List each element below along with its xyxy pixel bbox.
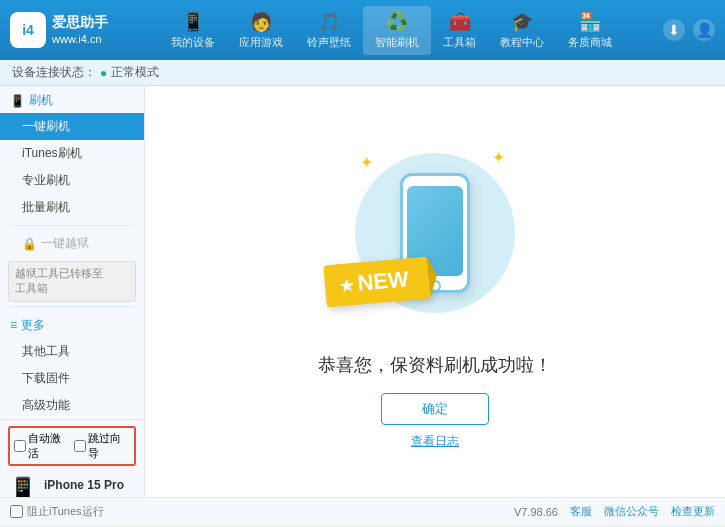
sparkle-top-right: ✦ [492, 148, 505, 167]
logo-name: 爱思助手 [52, 13, 108, 33]
disabled-label: 一键越狱 [41, 235, 89, 252]
download-btn[interactable]: ⬇ [663, 19, 685, 41]
sidebar-item-other-tools[interactable]: 其他工具 [0, 338, 144, 365]
phone-illustration: ✦ ✦ NEW [335, 133, 535, 333]
status-dot: ● [100, 66, 107, 80]
nav-smart-flash[interactable]: ♻️ 智能刷机 [363, 6, 431, 55]
nav-my-device-label: 我的设备 [171, 35, 215, 50]
itunes-check-text: 阻止iTunes运行 [27, 504, 104, 519]
more-section-label: 更多 [21, 317, 45, 334]
main-layout: 📱 刷机 一键刷机 iTunes刷机 专业刷机 批量刷机 🔒 一键越狱 越狱工具… [0, 86, 725, 497]
download-fw-label: 下载固件 [22, 371, 70, 385]
status-bar: 设备连接状态： ● 正常模式 [0, 60, 725, 86]
sidebar-section-more: ≡ 更多 [0, 311, 144, 338]
onekey-flash-label: 一键刷机 [22, 119, 70, 133]
nav-my-device[interactable]: 📱 我的设备 [159, 6, 227, 55]
smart-flash-icon: ♻️ [386, 11, 408, 33]
sidebar-item-pro-flash[interactable]: 专业刷机 [0, 167, 144, 194]
sidebar-item-jailbreak-disabled: 🔒 一键越狱 [0, 230, 144, 257]
sidebar-item-download-fw[interactable]: 下载固件 [0, 365, 144, 392]
sidebar-item-advanced[interactable]: 高级功能 [0, 392, 144, 419]
footer-right: V7.98.66 客服 微信公众号 检查更新 [514, 504, 715, 519]
auto-activate-checkbox[interactable]: 自动激活 [14, 431, 70, 461]
logo-text: 爱思助手 www.i4.cn [52, 13, 108, 48]
view-log-link[interactable]: 查看日志 [411, 433, 459, 450]
nav-ringtones-label: 铃声壁纸 [307, 35, 351, 50]
device-phone-icon: 📱 [8, 476, 38, 497]
logo-icon-text: i4 [22, 22, 34, 38]
user-btn[interactable]: 👤 [693, 19, 715, 41]
nav-smart-flash-label: 智能刷机 [375, 35, 419, 50]
footer-link-wechat[interactable]: 微信公众号 [604, 504, 659, 519]
service-icon: 🏪 [579, 11, 601, 33]
nav-apps-games[interactable]: 🧑 应用游戏 [227, 6, 295, 55]
itunes-flash-label: iTunes刷机 [22, 146, 82, 160]
flash-section-label: 刷机 [29, 92, 53, 109]
main-content: ✦ ✦ NEW 恭喜您，保资料刷机成功啦！ 确定 查看日志 [145, 86, 725, 497]
app-header: i4 爱思助手 www.i4.cn 📱 我的设备 🧑 应用游戏 🎵 铃声壁纸 ♻… [0, 0, 725, 60]
nav-tutorial-label: 教程中心 [500, 35, 544, 50]
sparkle-top-left: ✦ [360, 153, 373, 172]
sidebar: 📱 刷机 一键刷机 iTunes刷机 专业刷机 批量刷机 🔒 一键越狱 越狱工具… [0, 86, 145, 497]
nav-toolbox[interactable]: 🧰 工具箱 [431, 6, 488, 55]
advanced-label: 高级功能 [22, 398, 70, 412]
footer-link-update[interactable]: 检查更新 [671, 504, 715, 519]
auto-guide-checkbox[interactable]: 跳过向导 [74, 431, 130, 461]
ringtones-icon: 🎵 [318, 11, 340, 33]
status-text: 正常模式 [111, 64, 159, 81]
nav-bar: 📱 我的设备 🧑 应用游戏 🎵 铃声壁纸 ♻️ 智能刷机 🧰 工具箱 🎓 教程中… [120, 6, 663, 55]
status-prefix: 设备连接状态： [12, 64, 96, 81]
my-device-icon: 📱 [182, 11, 204, 33]
batch-flash-label: 批量刷机 [22, 200, 70, 214]
more-section-icon: ≡ [10, 318, 17, 332]
sidebar-item-onekey-flash[interactable]: 一键刷机 [0, 113, 144, 140]
nav-toolbox-label: 工具箱 [443, 35, 476, 50]
sidebar-item-itunes-flash[interactable]: iTunes刷机 [0, 140, 144, 167]
auto-activate-label: 自动激活 [28, 431, 70, 461]
sidebar-item-batch-flash[interactable]: 批量刷机 [0, 194, 144, 221]
logo-area: i4 爱思助手 www.i4.cn [10, 12, 120, 48]
tutorial-icon: 🎓 [511, 11, 533, 33]
success-message: 恭喜您，保资料刷机成功啦！ [318, 353, 552, 377]
nav-ringtones[interactable]: 🎵 铃声壁纸 [295, 6, 363, 55]
auto-guide-input[interactable] [74, 440, 86, 452]
confirm-button[interactable]: 确定 [381, 393, 489, 425]
new-ribbon: NEW [323, 257, 430, 308]
footer-bar: 阻止iTunes运行 V7.98.66 客服 微信公众号 检查更新 [0, 497, 725, 525]
auto-actions-row: 自动激活 跳过向导 [8, 426, 136, 466]
pro-flash-label: 专业刷机 [22, 173, 70, 187]
header-right: ⬇ 👤 [663, 19, 715, 41]
new-badge-text: NEW [356, 266, 409, 295]
other-tools-label: 其他工具 [22, 344, 70, 358]
logo-url: www.i4.cn [52, 32, 108, 47]
footer-link-service[interactable]: 客服 [570, 504, 592, 519]
sidebar-divider-2 [10, 306, 134, 307]
device-name: iPhone 15 Pro Max [44, 476, 136, 497]
version-text: V7.98.66 [514, 506, 558, 518]
toolbox-icon: 🧰 [449, 11, 471, 33]
footer-left: 阻止iTunes运行 [10, 504, 104, 519]
device-info: 📱 iPhone 15 Pro Max 512GB iPhone [8, 472, 136, 497]
logo-icon: i4 [10, 12, 46, 48]
lock-icon: 🔒 [22, 237, 37, 251]
apps-games-icon: 🧑 [250, 11, 272, 33]
nav-service[interactable]: 🏪 务质商城 [556, 6, 624, 55]
nav-tutorial[interactable]: 🎓 教程中心 [488, 6, 556, 55]
flash-section-icon: 📱 [10, 94, 25, 108]
nav-service-label: 务质商城 [568, 35, 612, 50]
auto-guide-label: 跳过向导 [88, 431, 130, 461]
sidebar-divider-1 [10, 225, 134, 226]
auto-activate-input[interactable] [14, 440, 26, 452]
nav-apps-games-label: 应用游戏 [239, 35, 283, 50]
sidebar-section-flash: 📱 刷机 [0, 86, 144, 113]
itunes-check-label[interactable]: 阻止iTunes运行 [10, 504, 104, 519]
device-panel: 自动激活 跳过向导 📱 iPhone 15 Pro Max 512GB iPho… [0, 419, 144, 497]
itunes-check-input[interactable] [10, 505, 23, 518]
device-details: iPhone 15 Pro Max 512GB iPhone [44, 476, 136, 497]
disabled-note: 越狱工具已转移至工具箱 [8, 261, 136, 302]
